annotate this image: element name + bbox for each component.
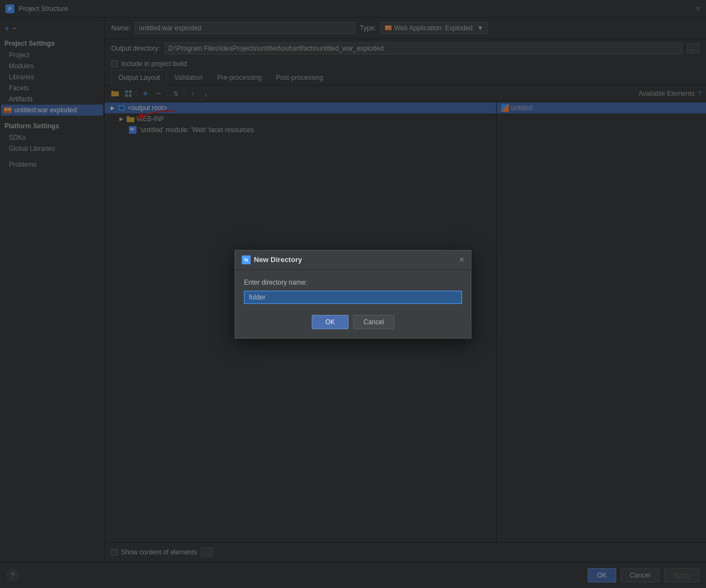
modal-title-left: N New Directory: [242, 255, 302, 264]
modal-title-bar: N New Directory ×: [235, 251, 471, 270]
modal-directory-input[interactable]: [244, 291, 462, 304]
modal-cancel-button[interactable]: Cancel: [353, 315, 394, 329]
modal-icon: N: [242, 255, 251, 264]
modal-ok-button[interactable]: OK: [312, 315, 349, 329]
modal-label: Enter directory name:: [244, 279, 462, 286]
modal-overlay[interactable]: N New Directory × Enter directory name: …: [0, 0, 706, 588]
modal-body: Enter directory name:: [235, 270, 471, 311]
modal-buttons: OK Cancel: [235, 311, 471, 338]
modal-title: New Directory: [254, 255, 302, 264]
new-directory-dialog: N New Directory × Enter directory name: …: [235, 250, 471, 339]
modal-close-button[interactable]: ×: [459, 255, 464, 265]
